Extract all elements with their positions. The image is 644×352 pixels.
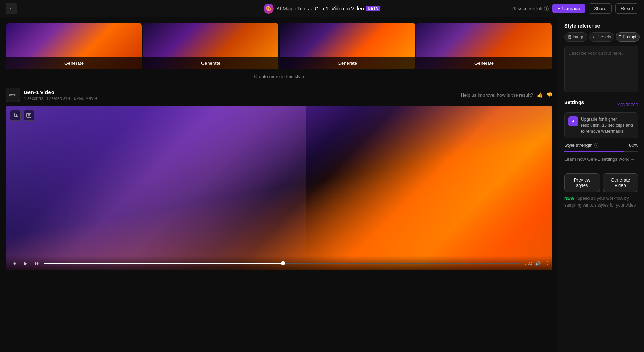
style-strength-info-icon[interactable]: i [594,143,599,148]
crop-icon [13,113,18,118]
progress-bar[interactable] [44,263,522,264]
breadcrumb: AI Magic Tools / Gen-1: Video to Video B… [277,6,380,11]
video-tool-icons [10,110,34,121]
upgrade-box-icon: ✦ [568,116,578,126]
feedback-label: Help us improve: how is the result? [461,92,533,98]
time-label: 0:02 [525,261,532,265]
strength-value: 80% [629,143,638,148]
video-title: Gen-1 video [24,89,97,95]
video-player[interactable]: ⏮ ▶ ⏭ 0:02 🔊 [6,106,552,270]
new-feature-desc: NEW Speed up your workflow by sampling v… [564,195,638,208]
style-reference-title: Style reference [564,23,638,29]
upgrade-button[interactable]: Upgrade [552,4,585,13]
reset-label: Reset [621,6,633,11]
topnav: ← 🎨 AI Magic Tools / Gen-1: Video to Vid… [0,0,644,17]
upgrade-box-text: Upgrade for higher resolution, 15 sec cl… [581,116,634,134]
thumbnail-generate-btn-3[interactable]: Generate [280,57,415,69]
thumbnail-item[interactable]: Generate [416,23,552,69]
thumbnail-item[interactable]: Generate [143,23,278,69]
thumbnails-row: Generate Generate Generate Generate [0,17,558,69]
timer-label: 29 seconds left [511,6,542,11]
thumbs-up-icon: 👍 [537,92,543,98]
video-section: GEN-1 Gen-1 video 4 seconds · Created at… [0,83,558,276]
thumbnail-generate-btn-2[interactable]: Generate [143,57,278,69]
upgrade-box: ✦ Upgrade for higher resolution, 15 sec … [564,112,638,138]
crop-tool-button[interactable] [10,110,21,121]
style-strength-label: Style strength i [564,143,599,148]
rewind-icon: ⏮ [12,261,17,266]
back-button[interactable]: ← [6,3,17,14]
action-buttons: Preview styles Generate video [564,173,638,192]
thumbs-up-button[interactable]: 👍 [537,92,543,98]
share-label: Share [594,6,606,11]
fullscreen-button[interactable]: ⛶ [543,261,548,266]
new-badge: NEW [564,196,574,201]
new-feature-text: Speed up your workflow by sampling vario… [564,196,636,208]
video-meta: 4 seconds · Created at 4:16PM, May 9 [24,96,97,101]
video-header: GEN-1 Gen-1 video 4 seconds · Created at… [6,83,552,106]
back-icon: ← [9,6,14,11]
skip-icon: ⏭ [35,261,40,266]
style-strength-row: Style strength i 80% [564,143,638,148]
video-title-group: Gen-1 video 4 seconds · Created at 4:16P… [24,89,97,101]
avatar: 🎨 [264,4,274,14]
tab-prompt[interactable]: T Prompt [616,32,640,42]
style-strength-slider[interactable] [564,151,638,152]
topnav-right: 29 seconds left i Upgrade Share Reset [511,3,638,14]
thumbs-down-button[interactable]: 👎 [546,92,552,98]
presets-tab-icon: ✦ [592,35,595,39]
topnav-center: 🎨 AI Magic Tools / Gen-1: Video to Video… [264,4,380,14]
tab-presets[interactable]: ✦ Presets [589,32,614,42]
style-tabs: 🖼 Image ✦ Presets T Prompt [564,32,638,42]
export-tool-button[interactable] [24,110,34,121]
beta-badge: BETA [366,6,380,11]
action-buttons-section: Preview styles Generate video NEW Speed … [564,173,638,208]
tab-image[interactable]: 🖼 Image [564,32,587,42]
prompt-textarea[interactable] [564,46,638,92]
share-button[interactable]: Share [589,3,612,14]
thumbnail-generate-btn-4[interactable]: Generate [416,57,552,69]
volume-icon: 🔊 [535,261,541,266]
thumbnail-item[interactable]: Generate [6,23,142,69]
rewind-button[interactable]: ⏮ [10,259,19,267]
generate-video-button[interactable]: Generate video [603,173,639,192]
main-layout: Generate Generate Generate Generate [0,17,644,352]
settings-section: Settings Advanced ✦ Upgrade for higher r… [564,100,638,168]
advanced-link[interactable]: Advanced [618,102,638,107]
timer-info: 29 seconds left i [511,6,549,11]
play-button[interactable]: ▶ [21,259,30,267]
page-name-label: Gen-1: Video to Video [314,6,364,11]
gen1-icon: GEN-1 [6,88,20,102]
content-area: Generate Generate Generate Generate [0,17,558,352]
preview-styles-button[interactable]: Preview styles [564,173,600,192]
prompt-tab-icon: T [619,35,621,39]
video-background [6,106,552,270]
image-tab-label: Image [572,34,584,39]
volume-button[interactable]: 🔊 [535,261,541,266]
app-name-label: AI Magic Tools [277,6,309,11]
fullscreen-icon: ⛶ [543,261,548,266]
learn-link[interactable]: Learn how Gen-1 settings work → [564,156,638,162]
breadcrumb-separator: / [311,6,313,11]
prompt-tab-label: Prompt [623,34,636,39]
reset-button[interactable]: Reset [615,3,638,14]
thumbs-down-icon: 👎 [546,92,552,98]
upgrade-label: Upgrade [562,6,580,11]
settings-title: Settings [564,100,584,105]
skip-button[interactable]: ⏭ [33,259,42,267]
feedback-area: Help us improve: how is the result? 👍 👎 [461,92,552,98]
staircase-overlay [6,106,306,270]
style-reference-section: Style reference 🖼 Image ✦ Presets T Prom… [564,23,638,94]
image-tab-icon: 🖼 [567,35,571,39]
timer-info-icon[interactable]: i [544,6,549,11]
thumbnail-item[interactable]: Generate [280,23,415,69]
play-icon: ▶ [24,261,28,266]
settings-header: Settings Advanced [564,100,638,109]
right-sidebar: Style reference 🖼 Image ✦ Presets T Prom… [558,17,644,352]
create-more-link[interactable]: Create more in this style [0,69,558,83]
thumbnail-generate-btn-1[interactable]: Generate [6,57,142,69]
slider-fill [564,151,624,152]
presets-tab-label: Presets [596,34,611,39]
export-icon [26,113,31,118]
video-controls: ⏮ ▶ ⏭ 0:02 🔊 [6,256,552,270]
